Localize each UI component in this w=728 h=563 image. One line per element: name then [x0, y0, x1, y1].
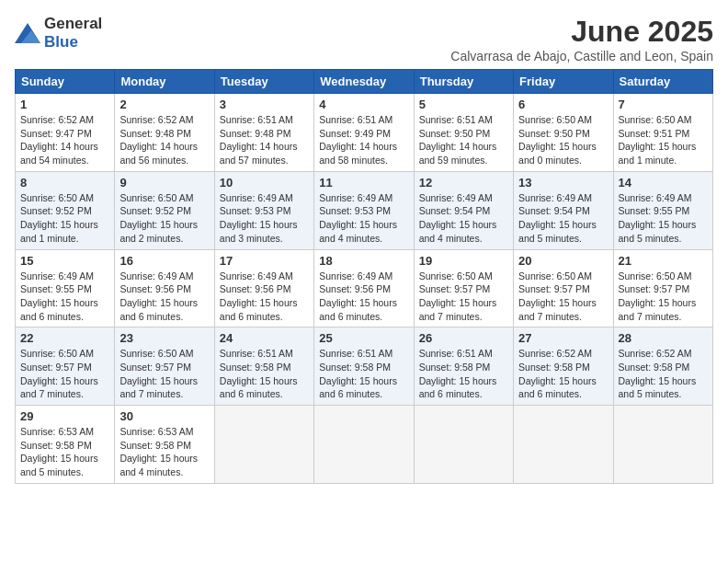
day-cell: 10Sunrise: 6:49 AM Sunset: 9:53 PM Dayli…: [214, 171, 313, 249]
logo-general: General: [44, 15, 102, 32]
day-cell: 5Sunrise: 6:51 AM Sunset: 9:50 PM Daylig…: [414, 94, 513, 172]
day-cell: [314, 406, 414, 484]
day-info: Sunrise: 6:51 AM Sunset: 9:58 PM Dayligh…: [319, 347, 408, 401]
header-cell-sunday: Sunday: [16, 70, 115, 94]
day-cell: 24Sunrise: 6:51 AM Sunset: 9:58 PM Dayli…: [214, 327, 313, 406]
header-cell-tuesday: Tuesday: [214, 70, 313, 94]
day-number: 16: [119, 254, 209, 268]
logo-blue: Blue: [44, 33, 78, 51]
day-cell: 7Sunrise: 6:50 AM Sunset: 9:51 PM Daylig…: [613, 94, 712, 172]
day-number: 23: [119, 331, 209, 345]
day-cell: 20Sunrise: 6:50 AM Sunset: 9:57 PM Dayli…: [514, 249, 613, 327]
day-cell: 1Sunrise: 6:52 AM Sunset: 9:47 PM Daylig…: [16, 94, 115, 172]
day-number: 11: [319, 176, 408, 190]
logo-icon: [15, 23, 40, 43]
day-cell: 19Sunrise: 6:50 AM Sunset: 9:57 PM Dayli…: [414, 249, 513, 327]
day-cell: 8Sunrise: 6:50 AM Sunset: 9:52 PM Daylig…: [16, 171, 115, 249]
day-info: Sunrise: 6:51 AM Sunset: 9:49 PM Dayligh…: [319, 113, 408, 167]
day-number: 24: [220, 331, 309, 345]
day-info: Sunrise: 6:49 AM Sunset: 9:56 PM Dayligh…: [119, 270, 209, 324]
day-number: 2: [119, 98, 209, 111]
day-info: Sunrise: 6:49 AM Sunset: 9:55 PM Dayligh…: [619, 191, 708, 246]
day-info: Sunrise: 6:52 AM Sunset: 9:48 PM Dayligh…: [119, 113, 209, 167]
day-info: Sunrise: 6:50 AM Sunset: 9:57 PM Dayligh…: [119, 347, 209, 401]
day-number: 1: [20, 98, 109, 111]
header-cell-saturday: Saturday: [613, 70, 712, 94]
day-info: Sunrise: 6:49 AM Sunset: 9:54 PM Dayligh…: [419, 191, 508, 246]
day-cell: 21Sunrise: 6:50 AM Sunset: 9:57 PM Dayli…: [613, 249, 712, 327]
day-info: Sunrise: 6:50 AM Sunset: 9:57 PM Dayligh…: [20, 347, 109, 401]
header-cell-monday: Monday: [115, 70, 214, 94]
day-info: Sunrise: 6:49 AM Sunset: 9:56 PM Dayligh…: [220, 270, 309, 324]
day-info: Sunrise: 6:49 AM Sunset: 9:55 PM Dayligh…: [20, 270, 109, 324]
day-info: Sunrise: 6:49 AM Sunset: 9:56 PM Dayligh…: [319, 270, 408, 324]
day-info: Sunrise: 6:50 AM Sunset: 9:52 PM Dayligh…: [119, 191, 209, 246]
day-number: 17: [220, 254, 309, 268]
day-number: 28: [619, 331, 708, 345]
calendar: SundayMondayTuesdayWednesdayThursdayFrid…: [15, 69, 713, 484]
day-info: Sunrise: 6:50 AM Sunset: 9:57 PM Dayligh…: [619, 270, 708, 324]
day-cell: 2Sunrise: 6:52 AM Sunset: 9:48 PM Daylig…: [115, 94, 214, 172]
day-number: 29: [20, 409, 109, 423]
day-info: Sunrise: 6:50 AM Sunset: 9:52 PM Dayligh…: [20, 191, 109, 246]
day-number: 10: [220, 176, 309, 190]
day-cell: [414, 406, 513, 484]
day-number: 30: [119, 409, 209, 423]
day-number: 5: [419, 98, 508, 111]
day-cell: 3Sunrise: 6:51 AM Sunset: 9:48 PM Daylig…: [214, 94, 313, 172]
day-info: Sunrise: 6:49 AM Sunset: 9:53 PM Dayligh…: [319, 191, 408, 246]
day-cell: 30Sunrise: 6:53 AM Sunset: 9:58 PM Dayli…: [115, 406, 214, 484]
day-cell: 29Sunrise: 6:53 AM Sunset: 9:58 PM Dayli…: [16, 406, 115, 484]
logo: General Blue: [15, 15, 102, 52]
day-info: Sunrise: 6:50 AM Sunset: 9:57 PM Dayligh…: [518, 270, 608, 324]
month-title: June 2025: [450, 15, 713, 49]
day-cell: 11Sunrise: 6:49 AM Sunset: 9:53 PM Dayli…: [314, 171, 414, 249]
day-number: 12: [419, 176, 508, 190]
day-info: Sunrise: 6:52 AM Sunset: 9:58 PM Dayligh…: [518, 347, 608, 401]
week-row-3: 15Sunrise: 6:49 AM Sunset: 9:55 PM Dayli…: [16, 249, 713, 327]
day-cell: 13Sunrise: 6:49 AM Sunset: 9:54 PM Dayli…: [514, 171, 613, 249]
day-cell: 9Sunrise: 6:50 AM Sunset: 9:52 PM Daylig…: [115, 171, 214, 249]
day-info: Sunrise: 6:50 AM Sunset: 9:50 PM Dayligh…: [518, 113, 608, 167]
header-row: SundayMondayTuesdayWednesdayThursdayFrid…: [16, 70, 713, 94]
day-info: Sunrise: 6:51 AM Sunset: 9:50 PM Dayligh…: [419, 113, 508, 167]
day-cell: [613, 406, 712, 484]
day-number: 22: [20, 331, 109, 345]
day-cell: [214, 406, 313, 484]
day-info: Sunrise: 6:53 AM Sunset: 9:58 PM Dayligh…: [119, 425, 209, 479]
day-number: 3: [220, 98, 309, 111]
subtitle: Calvarrasa de Abajo, Castille and Leon, …: [450, 49, 713, 63]
day-number: 25: [319, 331, 408, 345]
header-cell-wednesday: Wednesday: [314, 70, 414, 94]
day-info: Sunrise: 6:52 AM Sunset: 9:47 PM Dayligh…: [20, 113, 109, 167]
day-number: 21: [619, 254, 708, 268]
day-info: Sunrise: 6:50 AM Sunset: 9:51 PM Dayligh…: [619, 113, 708, 167]
week-row-4: 22Sunrise: 6:50 AM Sunset: 9:57 PM Dayli…: [16, 327, 713, 406]
week-row-5: 29Sunrise: 6:53 AM Sunset: 9:58 PM Dayli…: [16, 406, 713, 484]
day-number: 19: [419, 254, 508, 268]
day-cell: 4Sunrise: 6:51 AM Sunset: 9:49 PM Daylig…: [314, 94, 414, 172]
day-number: 6: [518, 98, 608, 111]
header-cell-friday: Friday: [514, 70, 613, 94]
day-cell: 15Sunrise: 6:49 AM Sunset: 9:55 PM Dayli…: [16, 249, 115, 327]
day-number: 8: [20, 176, 109, 190]
day-number: 14: [619, 176, 708, 190]
day-info: Sunrise: 6:52 AM Sunset: 9:58 PM Dayligh…: [619, 347, 708, 401]
day-cell: 16Sunrise: 6:49 AM Sunset: 9:56 PM Dayli…: [115, 249, 214, 327]
day-cell: 28Sunrise: 6:52 AM Sunset: 9:58 PM Dayli…: [613, 327, 712, 406]
day-number: 18: [319, 254, 408, 268]
day-number: 13: [518, 176, 608, 190]
day-number: 20: [518, 254, 608, 268]
day-cell: 17Sunrise: 6:49 AM Sunset: 9:56 PM Dayli…: [214, 249, 313, 327]
day-info: Sunrise: 6:53 AM Sunset: 9:58 PM Dayligh…: [20, 425, 109, 479]
header-cell-thursday: Thursday: [414, 70, 513, 94]
day-cell: 27Sunrise: 6:52 AM Sunset: 9:58 PM Dayli…: [514, 327, 613, 406]
day-cell: 23Sunrise: 6:50 AM Sunset: 9:57 PM Dayli…: [115, 327, 214, 406]
day-info: Sunrise: 6:51 AM Sunset: 9:48 PM Dayligh…: [220, 113, 309, 167]
day-info: Sunrise: 6:50 AM Sunset: 9:57 PM Dayligh…: [419, 270, 508, 324]
day-cell: [514, 406, 613, 484]
day-number: 15: [20, 254, 109, 268]
day-cell: 18Sunrise: 6:49 AM Sunset: 9:56 PM Dayli…: [314, 249, 414, 327]
day-cell: 26Sunrise: 6:51 AM Sunset: 9:58 PM Dayli…: [414, 327, 513, 406]
header: General Blue June 2025 Calvarrasa de Aba…: [15, 15, 713, 63]
